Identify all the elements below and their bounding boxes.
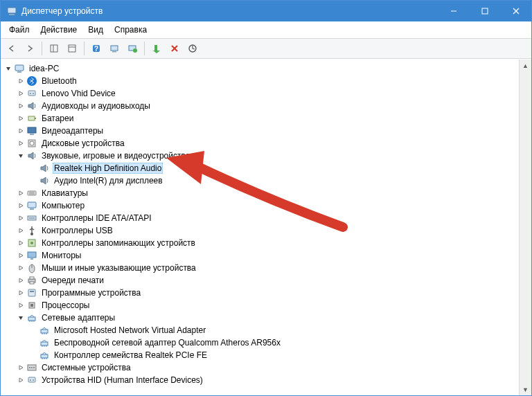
enable-device-button[interactable] xyxy=(148,40,165,57)
expand-icon[interactable] xyxy=(16,201,26,210)
tree-node[interactable]: Компьютер xyxy=(3,199,519,212)
menu-file[interactable]: Файл xyxy=(3,24,35,36)
uninstall-device-button[interactable] xyxy=(166,40,183,57)
tree-node[interactable]: Аудиовходы и аудиовыходы xyxy=(3,100,519,112)
expand-icon[interactable] xyxy=(16,363,26,372)
tree-node[interactable]: Клавиатуры xyxy=(3,187,519,199)
minimize-button[interactable] xyxy=(438,1,469,21)
svg-rect-0 xyxy=(8,8,16,13)
show-hide-tree-button[interactable] xyxy=(46,40,62,57)
network-icon xyxy=(39,337,50,348)
expand-icon[interactable] xyxy=(16,138,26,148)
collapse-icon[interactable] xyxy=(3,64,13,73)
tree-node[interactable]: Очереди печати xyxy=(3,274,519,287)
menu-help[interactable]: Справка xyxy=(109,24,152,36)
tree-node[interactable]: Дисковые устройства xyxy=(3,137,519,150)
tree-node[interactable]: Устройства HID (Human Interface Devices) xyxy=(3,374,519,386)
expand-icon[interactable] xyxy=(16,126,26,136)
expand-icon[interactable] xyxy=(16,101,26,111)
scrollbar-track[interactable] xyxy=(520,71,531,384)
svg-rect-20 xyxy=(15,65,24,71)
expand-icon[interactable] xyxy=(16,263,26,273)
svg-rect-49 xyxy=(28,289,35,296)
svg-rect-48 xyxy=(30,282,34,284)
svg-rect-27 xyxy=(35,118,36,119)
computer-icon xyxy=(14,63,25,74)
tree-node[interactable]: Контроллер семейства Realtek PCIe FE xyxy=(3,349,519,361)
scroll-up-button[interactable]: ▲ xyxy=(520,60,531,71)
tree-node-label: Аудио Intel(R) для дисплеев xyxy=(53,176,164,186)
disk-icon xyxy=(26,138,37,149)
svg-rect-52 xyxy=(30,304,33,307)
svg-rect-36 xyxy=(30,208,34,210)
tree-node[interactable]: Bluetooth xyxy=(3,75,519,87)
tree-node[interactable]: Программные устройства xyxy=(3,287,519,299)
tree-node[interactable]: Lenovo Vhid Device xyxy=(3,87,519,100)
scan-hardware-button[interactable] xyxy=(106,40,123,57)
tree-node-label: Системные устройства xyxy=(40,363,132,372)
vertical-scrollbar[interactable]: ▲ ▼ xyxy=(519,60,531,395)
help-button[interactable]: ? xyxy=(88,40,105,57)
device-tree[interactable]: idea-PCBluetoothLenovo Vhid DeviceАудиов… xyxy=(1,60,519,395)
scroll-down-button[interactable]: ▼ xyxy=(520,384,531,395)
tree-node-label: Аудиовходы и аудиовыходы xyxy=(40,101,152,111)
toolbar-separator xyxy=(144,42,145,55)
tree-node[interactable]: Процессоры xyxy=(3,299,519,312)
tree-node[interactable]: Контроллеры запоминающих устройств xyxy=(3,237,519,249)
tree-node[interactable]: Сетевые адаптеры xyxy=(3,312,519,324)
speaker-icon xyxy=(26,150,37,161)
software-icon xyxy=(26,287,37,298)
collapse-icon[interactable] xyxy=(16,313,26,323)
tree-node[interactable]: Системные устройства xyxy=(3,361,519,374)
properties-button[interactable] xyxy=(64,40,80,57)
expand-icon[interactable] xyxy=(16,251,26,260)
expand-icon[interactable] xyxy=(16,300,26,310)
tree-node[interactable]: Microsoft Hosted Network Virtual Adapter xyxy=(3,324,519,336)
window-title: Диспетчер устройств xyxy=(21,6,438,16)
expand-icon[interactable] xyxy=(16,114,26,123)
hid-icon xyxy=(26,375,37,386)
toolbar-separator xyxy=(84,42,85,55)
svg-rect-53 xyxy=(28,317,35,321)
close-button[interactable] xyxy=(500,1,531,21)
maximize-button[interactable] xyxy=(469,1,500,21)
tree-node[interactable]: Батареи xyxy=(3,112,519,125)
expand-icon[interactable] xyxy=(16,288,26,298)
expand-icon[interactable] xyxy=(16,375,26,385)
usb-icon xyxy=(26,225,37,236)
collapse-icon[interactable] xyxy=(16,151,26,161)
menu-view[interactable]: Вид xyxy=(82,24,109,36)
tree-node[interactable]: idea-PC xyxy=(3,62,519,75)
tree-node[interactable]: Звуковые, игровые и видеоустройства xyxy=(3,150,519,162)
forward-button[interactable] xyxy=(21,40,38,57)
tree-node[interactable]: Контроллеры USB xyxy=(3,224,519,237)
expand-icon[interactable] xyxy=(16,188,26,198)
expand-icon[interactable] xyxy=(16,238,26,248)
scan-changes-button[interactable] xyxy=(184,40,201,57)
tree-node[interactable]: Контроллеры IDE ATA/ATAPI xyxy=(3,212,519,224)
expand-icon[interactable] xyxy=(16,89,26,98)
svg-point-71 xyxy=(31,367,33,368)
bluetooth-icon xyxy=(26,75,37,87)
tree-node[interactable]: Аудио Intel(R) для дисплеев xyxy=(3,174,519,187)
expand-icon[interactable] xyxy=(16,76,26,86)
update-driver-button[interactable] xyxy=(124,40,141,57)
tree-node-label: Звуковые, игровые и видеоустройства xyxy=(40,151,191,161)
tree-node-label: Компьютер xyxy=(40,201,86,210)
back-button[interactable] xyxy=(3,40,20,57)
svg-rect-32 xyxy=(28,191,36,195)
tree-node[interactable]: Мыши и иные указывающие устройства xyxy=(3,262,519,274)
expand-icon[interactable] xyxy=(16,226,26,235)
expand-icon[interactable] xyxy=(16,213,26,223)
expand-icon[interactable] xyxy=(16,276,26,285)
tree-node[interactable]: Мониторы xyxy=(3,249,519,262)
tree-node[interactable]: Realtek High Definition Audio xyxy=(3,162,519,174)
tree-node[interactable]: Видеоадаптеры xyxy=(3,125,519,137)
toolbar-separator xyxy=(42,42,42,55)
tree-node[interactable]: Беспроводной сетевой адаптер Qualcomm At… xyxy=(3,336,519,349)
menu-action[interactable]: Действие xyxy=(35,24,83,36)
svg-rect-26 xyxy=(28,116,35,120)
tree-node-label: Контроллеры USB xyxy=(40,226,114,235)
svg-rect-23 xyxy=(28,91,35,96)
svg-rect-12 xyxy=(111,46,118,51)
